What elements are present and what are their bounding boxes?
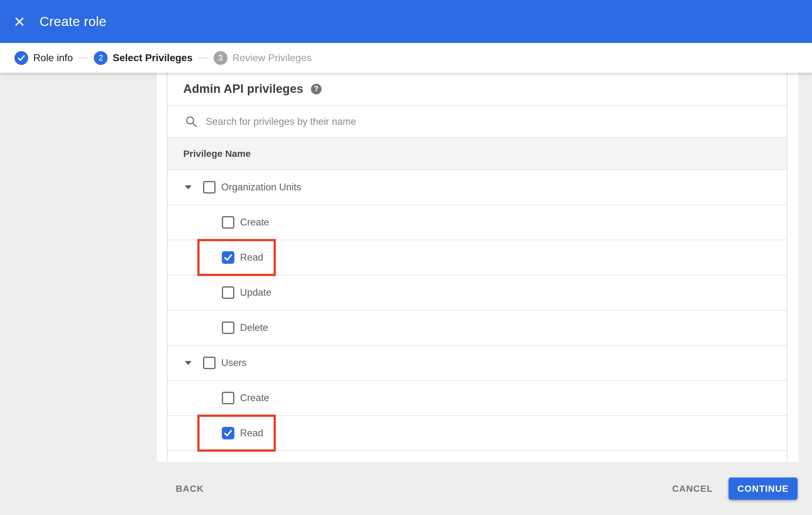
privilege-search-row xyxy=(168,106,787,138)
step-review-privileges[interactable]: 3 Review Privileges xyxy=(214,51,312,65)
privilege-checkbox[interactable] xyxy=(222,427,234,440)
help-icon[interactable]: ? xyxy=(311,84,322,94)
checkmark-icon xyxy=(223,428,233,438)
table-row: Read xyxy=(168,416,787,451)
privilege-label: Update xyxy=(240,287,271,298)
privilege-label: Delete xyxy=(240,322,268,333)
table-row: Create xyxy=(168,381,787,416)
check-icon xyxy=(17,54,25,62)
collapse-arrow-icon[interactable] xyxy=(185,185,192,189)
panel-heading-row: Admin API privileges ? xyxy=(168,73,787,106)
continue-button[interactable]: CONTINUE xyxy=(729,477,798,499)
privilege-checkbox[interactable] xyxy=(222,322,234,334)
privilege-checkbox[interactable] xyxy=(203,181,215,193)
privilege-checkbox[interactable] xyxy=(203,357,215,369)
step-number-circle: 3 xyxy=(214,51,228,65)
table-row: Users xyxy=(168,345,787,381)
dialog-title: Create role xyxy=(39,14,106,29)
step-completed-circle xyxy=(14,51,28,65)
privilege-label: Organization Units xyxy=(221,182,301,193)
step-label: Role info xyxy=(33,52,73,64)
privilege-label: Read xyxy=(240,427,263,439)
step-connector xyxy=(198,57,208,58)
highlight-box xyxy=(197,415,276,452)
table-body: Organization Units Create Read Update xyxy=(168,170,787,451)
privilege-label: Users xyxy=(221,357,246,368)
back-button[interactable]: BACK xyxy=(176,483,204,494)
privilege-label: Create xyxy=(240,217,269,228)
table-row: Update xyxy=(168,275,787,310)
checkmark-icon xyxy=(223,253,233,262)
privilege-checkbox[interactable] xyxy=(222,286,234,299)
privilege-checkbox[interactable] xyxy=(222,392,234,404)
admin-api-privileges-panel: Admin API privileges ? Privilege Name Or… xyxy=(167,73,787,462)
privilege-label: Read xyxy=(240,252,263,263)
collapse-arrow-icon[interactable] xyxy=(185,361,192,365)
step-label: Select Privileges xyxy=(113,52,192,64)
privilege-name-column-header: Privilege Name xyxy=(183,148,251,159)
step-role-info[interactable]: Role info xyxy=(14,51,73,65)
step-select-privileges[interactable]: 2 Select Privileges xyxy=(94,51,192,65)
stepper: Role info 2 Select Privileges 3 Review P… xyxy=(0,43,812,73)
step-number-circle: 2 xyxy=(94,51,108,65)
app-bar: Create role xyxy=(0,0,812,43)
table-row: Organization Units xyxy=(168,170,787,205)
search-icon xyxy=(185,115,198,128)
table-row: Create xyxy=(168,205,787,240)
close-icon[interactable] xyxy=(10,12,29,31)
highlight-box xyxy=(197,239,276,276)
footer-bar: BACK CANCEL CONTINUE xyxy=(0,462,812,515)
privilege-checkbox[interactable] xyxy=(222,216,234,229)
table-header-row: Privilege Name xyxy=(168,138,787,170)
step-connector xyxy=(79,57,88,58)
privilege-label: Create xyxy=(240,392,269,404)
table-row: Delete xyxy=(168,310,787,345)
table-row: Read xyxy=(168,240,787,275)
partial-row xyxy=(168,451,787,462)
privilege-search-input[interactable] xyxy=(206,112,787,131)
panel-heading: Admin API privileges xyxy=(183,82,303,96)
step-label: Review Privileges xyxy=(232,52,312,64)
privilege-checkbox[interactable] xyxy=(222,251,234,264)
cancel-button[interactable]: CANCEL xyxy=(672,483,713,494)
